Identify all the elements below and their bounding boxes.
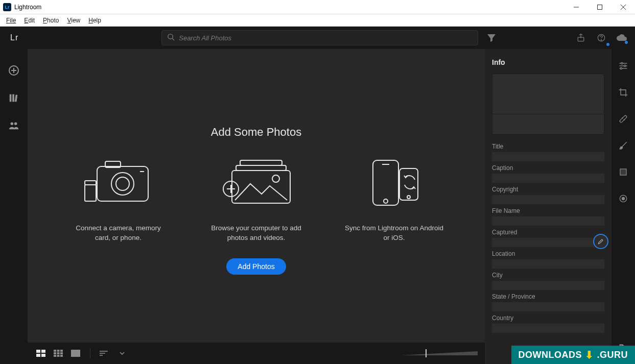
svg-rect-46 bbox=[60, 352, 63, 354]
sharing-rail-button[interactable] bbox=[7, 118, 21, 133]
field-input-city[interactable] bbox=[492, 281, 604, 290]
bandaid-icon bbox=[618, 114, 628, 124]
svg-point-59 bbox=[620, 67, 622, 69]
menu-photo[interactable]: Photo bbox=[39, 16, 63, 25]
field-input-filename[interactable] bbox=[492, 216, 604, 226]
svg-rect-25 bbox=[240, 160, 282, 165]
svg-point-36 bbox=[407, 196, 410, 199]
svg-rect-49 bbox=[60, 355, 63, 357]
field-label-title: Title bbox=[492, 143, 604, 150]
menu-file[interactable]: File bbox=[2, 16, 20, 25]
search-input[interactable] bbox=[179, 34, 473, 42]
grid-large-icon bbox=[36, 350, 45, 357]
svg-rect-44 bbox=[54, 352, 56, 354]
menu-help[interactable]: Help bbox=[84, 16, 105, 25]
share-icon bbox=[576, 33, 586, 43]
sliders-icon bbox=[618, 61, 628, 71]
edit-captured-button[interactable] bbox=[593, 234, 608, 249]
people-icon bbox=[8, 120, 20, 131]
svg-rect-60 bbox=[619, 115, 627, 123]
library-icon bbox=[8, 92, 19, 104]
svg-rect-1 bbox=[598, 5, 602, 9]
svg-rect-50 bbox=[71, 350, 80, 357]
brush-icon bbox=[618, 140, 628, 151]
field-input-title[interactable] bbox=[492, 152, 604, 161]
empty-col-sync: Sync from Lightroom on Android or iOS. bbox=[343, 157, 445, 243]
maximize-button[interactable] bbox=[588, 0, 612, 14]
svg-rect-42 bbox=[57, 350, 60, 352]
field-input-state[interactable] bbox=[492, 302, 604, 311]
field-input-captured[interactable] bbox=[492, 238, 604, 247]
field-input-caption[interactable] bbox=[492, 174, 604, 183]
linear-gradient-button[interactable] bbox=[617, 165, 630, 179]
field-label-state: State / Province bbox=[492, 293, 604, 300]
filter-button[interactable] bbox=[484, 31, 499, 45]
add-photos-rail-button[interactable] bbox=[7, 63, 21, 78]
brush-button[interactable] bbox=[617, 139, 630, 152]
right-rail bbox=[612, 49, 635, 364]
image-stack-icon bbox=[221, 157, 292, 208]
svg-rect-45 bbox=[57, 352, 60, 354]
divider bbox=[90, 348, 90, 358]
download-arrow-icon: ⬇ bbox=[585, 349, 594, 361]
slider-handle[interactable] bbox=[426, 349, 427, 357]
help-button[interactable] bbox=[594, 31, 608, 45]
field-input-location[interactable] bbox=[492, 259, 604, 269]
watermark-right: .GURU bbox=[597, 350, 628, 360]
histogram-placeholder bbox=[492, 74, 604, 135]
field-label-country: Country bbox=[492, 314, 604, 322]
svg-rect-23 bbox=[85, 181, 96, 185]
radial-gradient-button[interactable] bbox=[617, 192, 630, 205]
svg-rect-26 bbox=[236, 165, 286, 171]
plus-circle-icon bbox=[8, 64, 20, 77]
watermark-left: DOWNLOADS bbox=[519, 350, 582, 360]
svg-rect-40 bbox=[41, 354, 45, 357]
left-rail bbox=[0, 49, 28, 364]
menu-edit[interactable]: Edit bbox=[20, 16, 39, 25]
info-panel-title: Info bbox=[492, 58, 604, 66]
field-label-copyright: Copyright bbox=[492, 186, 604, 193]
svg-point-8 bbox=[601, 40, 601, 40]
svg-line-5 bbox=[173, 38, 175, 40]
sort-dropdown[interactable] bbox=[116, 347, 128, 359]
minimize-button[interactable] bbox=[565, 0, 588, 14]
field-input-copyright[interactable] bbox=[492, 195, 604, 204]
svg-rect-47 bbox=[54, 355, 56, 357]
slider-track-icon bbox=[401, 351, 478, 355]
search-box[interactable] bbox=[161, 30, 478, 45]
svg-point-19 bbox=[111, 173, 134, 195]
field-label-location: Location bbox=[492, 250, 604, 257]
edit-sliders-button[interactable] bbox=[617, 59, 630, 72]
field-input-country[interactable] bbox=[492, 324, 604, 333]
my-photos-rail-button[interactable] bbox=[7, 91, 21, 105]
svg-point-34 bbox=[384, 199, 388, 203]
svg-point-15 bbox=[11, 123, 13, 126]
svg-point-66 bbox=[622, 198, 625, 200]
menu-view[interactable]: View bbox=[63, 16, 84, 25]
add-photos-button[interactable]: Add Photos bbox=[226, 258, 286, 275]
cloud-sync-button[interactable] bbox=[615, 31, 629, 45]
search-icon bbox=[167, 33, 175, 43]
sort-button[interactable] bbox=[99, 347, 111, 359]
field-label-caption: Caption bbox=[492, 164, 604, 172]
grid-small-view-button[interactable] bbox=[52, 347, 64, 359]
svg-rect-27 bbox=[232, 171, 290, 203]
crop-button[interactable] bbox=[617, 86, 630, 99]
close-button[interactable] bbox=[612, 0, 635, 14]
healing-button[interactable] bbox=[617, 112, 630, 126]
single-view-button[interactable] bbox=[69, 347, 82, 359]
svg-point-28 bbox=[272, 175, 279, 182]
share-button[interactable] bbox=[574, 31, 588, 45]
close-icon bbox=[621, 5, 626, 10]
empty-col-browse: Browse your computer to add photos and v… bbox=[205, 157, 308, 243]
square-icon bbox=[619, 167, 628, 177]
help-icon bbox=[596, 33, 606, 43]
svg-point-4 bbox=[168, 34, 173, 38]
field-label-city: City bbox=[492, 272, 604, 279]
svg-point-55 bbox=[621, 62, 623, 64]
camera-icon bbox=[83, 157, 154, 208]
grid-view-button[interactable] bbox=[35, 347, 47, 359]
grid-small-icon bbox=[54, 350, 63, 357]
svg-rect-43 bbox=[60, 350, 63, 352]
thumbnail-size-slider[interactable] bbox=[396, 351, 478, 355]
